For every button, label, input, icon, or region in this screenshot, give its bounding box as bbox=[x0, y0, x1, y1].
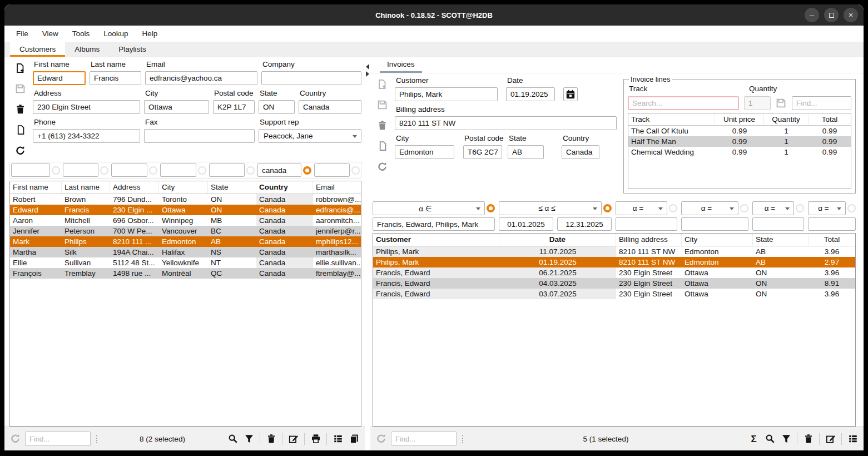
column-header[interactable]: Quantity bbox=[764, 113, 809, 125]
menu-lookup[interactable]: Lookup bbox=[103, 29, 128, 38]
postal-code-field[interactable] bbox=[463, 145, 502, 159]
minimize-button[interactable]: – bbox=[805, 8, 819, 22]
list-icon[interactable] bbox=[333, 434, 343, 444]
postal-code-field[interactable] bbox=[213, 100, 255, 114]
search-icon[interactable] bbox=[765, 434, 775, 444]
filter-email[interactable] bbox=[314, 163, 350, 177]
state-filter-operator[interactable]: α = bbox=[752, 201, 794, 215]
sigma-icon[interactable]: Σ bbox=[748, 434, 759, 444]
first-name-field[interactable] bbox=[33, 71, 86, 85]
filter-state[interactable] bbox=[209, 163, 245, 177]
filter-toggle[interactable] bbox=[351, 166, 360, 175]
filter-toggle[interactable] bbox=[740, 204, 748, 212]
phone-field[interactable] bbox=[33, 129, 140, 143]
pane-splitter[interactable] bbox=[365, 57, 370, 450]
delete-icon[interactable] bbox=[14, 103, 26, 115]
delete-icon[interactable] bbox=[376, 119, 388, 131]
tab-playlists[interactable]: Playlists bbox=[109, 42, 156, 57]
fax-field[interactable] bbox=[144, 129, 255, 143]
customer-filter-value[interactable] bbox=[373, 217, 495, 231]
company-field[interactable] bbox=[261, 71, 361, 85]
customer-field[interactable] bbox=[395, 87, 498, 101]
edit-icon[interactable] bbox=[825, 434, 836, 444]
filter-country[interactable] bbox=[257, 163, 301, 177]
column-header[interactable]: Track bbox=[628, 113, 715, 125]
close-button[interactable]: × bbox=[844, 8, 858, 22]
support-rep-dropdown[interactable]: Peacock, Jane bbox=[259, 129, 361, 143]
billing-filter-value[interactable] bbox=[616, 217, 677, 231]
state-filter-value[interactable] bbox=[752, 217, 804, 231]
column-header[interactable]: Email bbox=[313, 181, 361, 194]
maximize-button[interactable] bbox=[824, 8, 839, 22]
calendar-button[interactable] bbox=[563, 87, 578, 101]
column-header[interactable]: City bbox=[682, 234, 753, 246]
filter-icon[interactable] bbox=[781, 434, 791, 444]
find-input[interactable] bbox=[25, 432, 91, 446]
table-row[interactable]: FrançoisTremblay1498 rue ...MontréalQCCa… bbox=[10, 268, 361, 279]
save-icon[interactable] bbox=[776, 98, 787, 109]
country-field[interactable] bbox=[299, 100, 361, 114]
customer-filter-operator[interactable]: α ∈ bbox=[373, 201, 485, 215]
edit-icon[interactable] bbox=[288, 434, 299, 444]
duplicate-icon[interactable] bbox=[14, 123, 26, 136]
filter-icon[interactable] bbox=[244, 434, 254, 444]
filter-toggle-active[interactable] bbox=[487, 204, 495, 212]
column-header[interactable]: State bbox=[208, 181, 256, 194]
table-row[interactable]: The Call Of Ktulu0.9910.99 bbox=[628, 126, 851, 136]
filter-first-name[interactable] bbox=[11, 163, 50, 177]
last-name-field[interactable] bbox=[90, 71, 141, 85]
delete-icon[interactable] bbox=[803, 434, 814, 444]
table-row[interactable]: Philips, Mark11.07.20258210 111 ST NWEdm… bbox=[373, 246, 855, 257]
grip-handle[interactable] bbox=[96, 435, 97, 443]
table-row-selected[interactable]: EdwardFrancis230 Elgin ...OttawaONCanada… bbox=[10, 205, 361, 215]
table-row[interactable]: Francis, Edward03.07.2025230 Elgin Stree… bbox=[373, 289, 855, 299]
column-header[interactable]: Total bbox=[809, 113, 851, 125]
table-row[interactable]: AaronMitchell696 Osbor...WinnipegMBCanad… bbox=[10, 215, 361, 226]
menu-help[interactable]: Help bbox=[142, 29, 158, 38]
collapse-left-icon[interactable] bbox=[366, 64, 369, 70]
column-header[interactable]: Billing address bbox=[616, 234, 682, 246]
filter-toggle[interactable] bbox=[100, 166, 108, 175]
copy-icon[interactable] bbox=[349, 434, 359, 444]
filter-toggle[interactable] bbox=[149, 166, 157, 175]
country-field[interactable] bbox=[562, 145, 599, 159]
filter-toggle-active[interactable] bbox=[303, 166, 311, 175]
tab-invoices[interactable]: Invoices bbox=[380, 57, 422, 73]
filter-address[interactable] bbox=[111, 163, 147, 177]
tab-customers[interactable]: Customers bbox=[10, 42, 65, 57]
total-filter-operator[interactable]: α = bbox=[808, 201, 846, 215]
filter-toggle[interactable] bbox=[847, 204, 856, 212]
duplicate-icon[interactable] bbox=[376, 140, 388, 152]
table-row[interactable]: RobertBrown796 Dund...TorontoONCanadarob… bbox=[10, 194, 361, 205]
column-header[interactable]: First name bbox=[10, 181, 62, 194]
refresh-icon[interactable] bbox=[10, 433, 21, 444]
save-icon[interactable] bbox=[376, 98, 388, 111]
table-row-selected[interactable]: Philips, Mark01.19.20258210 111 ST NWEdm… bbox=[373, 257, 855, 267]
table-row[interactable]: Francis, Edward04.03.2025230 Elgin Stree… bbox=[373, 278, 855, 289]
track-search-input[interactable] bbox=[628, 96, 739, 110]
table-row[interactable]: MarthaSilk194A Chai...HalifaxNSCanadamar… bbox=[10, 247, 361, 257]
filter-city[interactable] bbox=[160, 163, 196, 177]
city-field[interactable] bbox=[144, 100, 209, 114]
billing-address-field[interactable] bbox=[395, 116, 617, 130]
date-filter-operator[interactable]: ≤ α ≤ bbox=[499, 201, 602, 215]
column-header[interactable]: City bbox=[159, 181, 208, 194]
save-icon[interactable] bbox=[14, 82, 26, 95]
find-input[interactable] bbox=[391, 432, 457, 446]
add-record-icon[interactable] bbox=[376, 78, 388, 90]
column-header[interactable]: Address bbox=[110, 181, 159, 194]
email-field[interactable] bbox=[145, 71, 257, 85]
refresh-icon[interactable] bbox=[376, 433, 387, 444]
date-field[interactable] bbox=[506, 87, 555, 101]
column-header[interactable]: Last name bbox=[62, 181, 110, 194]
column-header[interactable]: State bbox=[753, 234, 809, 246]
lines-find-input[interactable] bbox=[792, 96, 851, 110]
total-filter-value[interactable] bbox=[808, 217, 856, 231]
table-row[interactable]: Francis, Edward06.21.2025230 Elgin Stree… bbox=[373, 267, 855, 278]
quantity-field[interactable] bbox=[744, 96, 771, 110]
column-header[interactable]: Unit price bbox=[715, 113, 764, 125]
address-field[interactable] bbox=[33, 100, 140, 114]
refresh-icon[interactable] bbox=[376, 160, 388, 172]
column-header-customer[interactable]: Customer bbox=[373, 234, 499, 246]
print-icon[interactable] bbox=[310, 434, 321, 444]
